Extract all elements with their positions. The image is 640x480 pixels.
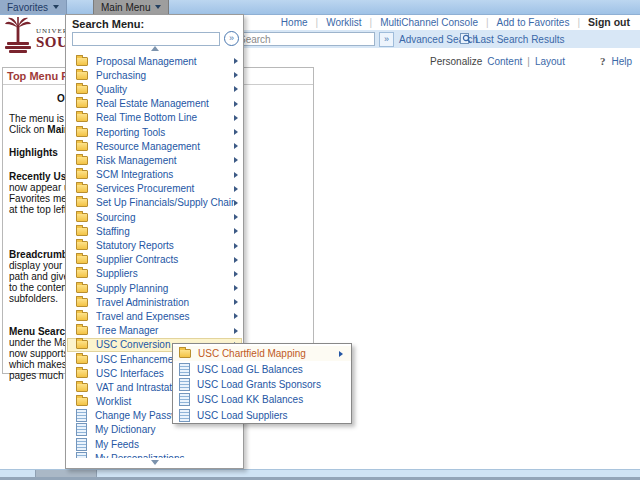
menu-item-label: Statutory Reports	[96, 240, 234, 251]
folder-icon	[76, 142, 88, 151]
menu-item-label: Supply Planning	[96, 283, 234, 294]
pagelet-text: O	[57, 93, 65, 104]
submenu-item-usc-load-gl-balances[interactable]: USC Load GL Balances	[173, 361, 351, 376]
horizontal-scrollbar[interactable]	[0, 469, 640, 477]
menu-scroll-down[interactable]	[67, 458, 242, 467]
menu-item-supply-planning[interactable]: Supply Planning	[67, 281, 242, 295]
expand-arrow-icon	[234, 115, 238, 121]
submenu-item-usc-chartfield-mapping[interactable]: USC Chartfield Mapping	[173, 346, 351, 361]
menu-item-label: Tree Manager	[96, 325, 234, 336]
page-icon	[179, 409, 190, 422]
menu-item-label: Quality	[96, 84, 234, 95]
triangle-up-icon	[151, 46, 159, 51]
submenu-item-label: USC Load Suppliers	[197, 410, 343, 421]
personalize-links: Content|Layout	[487, 56, 565, 67]
menu-item-my-dictionary[interactable]: My Dictionary	[67, 423, 242, 437]
sign-out-link[interactable]: Sign out	[588, 16, 630, 28]
menu-item-risk-management[interactable]: Risk Management	[67, 153, 242, 167]
submenu-item-usc-load-grants-sponsors[interactable]: USC Load Grants Sponsors	[173, 377, 351, 392]
chevron-down-icon	[155, 5, 161, 9]
global-search-input[interactable]	[235, 32, 375, 46]
menu-item-scm-integrations[interactable]: SCM Integrations	[67, 168, 242, 182]
usc-conversion-submenu: USC Chartfield MappingUSC Load GL Balanc…	[172, 343, 352, 424]
menu-item-resource-management[interactable]: Resource Management	[67, 139, 242, 153]
main-menu-button[interactable]: Main Menu	[93, 0, 169, 14]
folder-icon	[76, 298, 88, 307]
triangle-down-icon	[151, 460, 159, 465]
menu-item-statutory-reports[interactable]: Statutory Reports	[67, 238, 242, 252]
menu-item-real-time-bottom-line[interactable]: Real Time Bottom Line	[67, 111, 242, 125]
nav-separator: |	[577, 17, 580, 28]
menu-item-proposal-management[interactable]: Proposal Management	[67, 54, 242, 68]
menu-item-label: Services Procurement	[96, 183, 234, 194]
nav-link-worklist[interactable]: Worklist	[326, 17, 361, 28]
favorites-button-label: Favorites	[7, 2, 48, 13]
submenu-item-label: USC Load Grants Sponsors	[197, 379, 343, 390]
main-menu-button-label: Main Menu	[101, 2, 150, 13]
submenu-item-label: USC Load KK Balances	[197, 394, 343, 405]
nav-link-multichannel-console[interactable]: MultiChannel Console	[380, 17, 478, 28]
expand-arrow-icon	[234, 214, 238, 220]
menu-item-sourcing[interactable]: Sourcing	[67, 210, 242, 224]
menu-item-my-feeds[interactable]: My Feeds	[67, 437, 242, 451]
page-icon	[179, 393, 190, 406]
menu-item-purchasing[interactable]: Purchasing	[67, 68, 242, 82]
menu-item-reporting-tools[interactable]: Reporting Tools	[67, 125, 242, 139]
search-menu-label: Search Menu:	[66, 15, 243, 31]
expand-arrow-icon	[234, 58, 238, 64]
folder-icon	[76, 184, 88, 193]
menu-item-label: Set Up Financials/Supply Chain	[96, 197, 234, 208]
personalize-separator: |	[527, 56, 530, 67]
expand-arrow-icon	[234, 257, 238, 263]
pagelet-text: Breadcrumbs	[9, 249, 73, 260]
menu-item-staffing[interactable]: Staffing	[67, 224, 242, 238]
menu-item-label: Staffing	[96, 226, 234, 237]
folder-icon	[76, 269, 88, 278]
expand-arrow-icon	[234, 101, 238, 107]
folder-icon	[76, 113, 88, 122]
menu-item-tree-manager[interactable]: Tree Manager	[67, 324, 242, 338]
folder-icon	[76, 369, 88, 378]
expand-arrow-icon	[339, 351, 343, 357]
folder-icon	[76, 71, 88, 80]
personalize-bar: Personalize Content|Layout ? Help	[430, 55, 632, 67]
menu-item-label: Resource Management	[96, 141, 234, 152]
menu-item-label: Real Time Bottom Line	[96, 112, 234, 123]
personalize-layout-link[interactable]: Layout	[535, 56, 565, 67]
menu-item-quality[interactable]: Quality	[67, 82, 242, 96]
menu-item-label: My Dictionary	[95, 424, 238, 435]
submenu-item-usc-load-kk-balances[interactable]: USC Load KK Balances	[173, 392, 351, 407]
personalize-content-link[interactable]: Content	[487, 56, 522, 67]
menu-search-input[interactable]	[72, 32, 220, 46]
menu-item-supplier-contracts[interactable]: Supplier Contracts	[67, 253, 242, 267]
menu-item-travel-administration[interactable]: Travel Administration	[67, 295, 242, 309]
menu-item-label: My Feeds	[95, 439, 238, 450]
nav-link-add-to-favorites[interactable]: Add to Favorites	[497, 17, 570, 28]
expand-arrow-icon	[234, 299, 238, 305]
submenu-item-usc-load-suppliers[interactable]: USC Load Suppliers	[173, 408, 351, 423]
folder-icon	[76, 284, 88, 293]
menu-item-suppliers[interactable]: Suppliers	[67, 267, 242, 281]
menu-item-label: Purchasing	[96, 70, 234, 81]
menu-scroll-up[interactable]	[66, 46, 243, 54]
menu-item-travel-and-expenses[interactable]: Travel and Expenses	[67, 309, 242, 323]
menu-item-real-estate-management[interactable]: Real Estate Management	[67, 97, 242, 111]
pagelet-text: Click on	[9, 124, 47, 135]
last-search-results-link[interactable]: Last Search Results	[475, 34, 565, 45]
submenu-item-label: USC Load GL Balances	[197, 364, 343, 375]
menu-item-services-procurement[interactable]: Services Procurement	[67, 182, 242, 196]
page-icon	[179, 363, 190, 376]
menu-search-go-button[interactable]: »	[224, 31, 239, 46]
folder-icon	[76, 241, 88, 250]
pagelet-text: subfolders.	[9, 293, 58, 304]
last-search-results-icon	[460, 33, 471, 46]
favorites-button[interactable]: Favorites	[0, 0, 67, 14]
header-nav: Home|Worklist|MultiChannel Console|Add t…	[281, 16, 630, 28]
nav-link-home[interactable]: Home	[281, 17, 308, 28]
folder-icon	[76, 170, 88, 179]
global-search-go-button[interactable]: »	[379, 32, 394, 47]
menu-item-set-up-financials-supply-chain[interactable]: Set Up Financials/Supply Chain	[67, 196, 242, 210]
menu-item-label: Travel and Expenses	[96, 311, 234, 322]
help-link[interactable]: Help	[611, 56, 632, 67]
scrollbar-thumb[interactable]	[35, 470, 97, 477]
